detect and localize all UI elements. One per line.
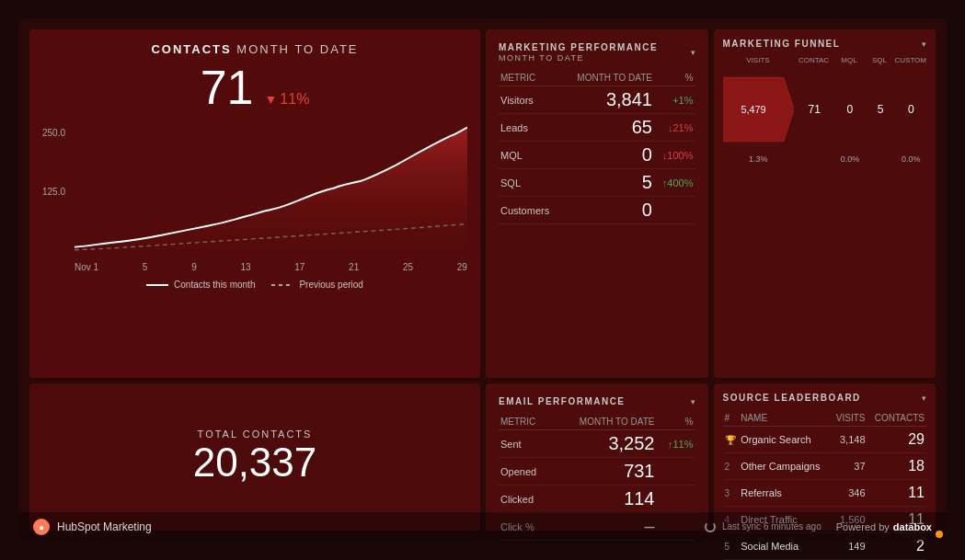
x-label-1: 5 [143,262,148,272]
brand-name: HubSpot Marketing [57,520,152,533]
x-label-0: Nov 1 [75,262,98,272]
source-leaderboard-panel: SOURCE LEADERBOARD ▾ # NAME VISITS CONTA… [714,383,936,531]
source-num-0: 🏆 [723,427,740,453]
funnel-header-4: CUSTOM [894,56,926,64]
email-row-1: Opened 731 [499,458,695,486]
mktg-value-3: 5 [561,169,654,197]
mktg-row-2: MQL 0 ↓100% [499,142,695,169]
mktg-pct-3: ↑400% [654,169,695,197]
total-contacts-label: TOTAL CONTACTS [198,429,313,440]
funnel-header-0: VISITS [723,56,794,64]
email-pct-1 [657,458,695,486]
mktg-title: MARKETING PERFORMANCE MONTH TO DATE [499,42,691,63]
x-label-3: 13 [240,262,250,272]
source-num-2: 3 [723,480,740,507]
bottom-left: ● HubSpot Marketing [33,519,152,535]
mktg-row-0: Visitors 3,841 +1% [499,86,695,114]
mktg-dropdown[interactable]: ▾ [691,48,695,57]
email-pct-0: ↑11% [657,430,695,458]
mktg-pct-0: +1% [654,86,695,114]
y-label-mid: 125.0 [42,187,65,197]
email-value-0: 3,252 [551,430,656,458]
funnel-pct-2: 0.0% [834,154,865,164]
email-value-2: 114 [551,486,656,513]
email-col-pct: % [657,414,695,430]
source-row-0: 🏆 Organic Search 3,148 29 [723,427,927,453]
legend-contacts-month: Contacts this month [146,280,255,290]
mktg-metric-2: MQL [499,142,561,169]
chart-area: 250.0 125.0 [42,120,467,272]
funnel-title: MARKETING FUNNEL [723,39,841,49]
funnel-header-2: MQL [833,56,864,64]
source-col-num: # [723,410,740,427]
mktg-metric-3: SQL [499,169,561,197]
email-row-2: Clicked 114 [499,486,695,513]
funnel-pct-0: 1.3% [723,154,795,164]
source-row-1: 2 Other Campaigns 37 18 [723,453,927,480]
source-col-name: NAME [739,410,831,427]
source-visits-2: 346 [831,480,867,507]
source-visits-1: 37 [831,453,867,480]
legend-line-solid [146,284,168,286]
funnel-panel-header: MARKETING FUNNEL ▾ [723,39,927,49]
x-label-6: 25 [403,262,413,272]
bottom-right: Last sync 6 minutes ago Powered by datab… [705,521,932,532]
databox-logo: Powered by databox [836,521,932,532]
email-value-1: 731 [551,458,656,486]
funnel-val-2: 0 [847,103,854,116]
total-contacts-value: 20,337 [193,440,317,486]
bottom-bar: ● HubSpot Marketing Last sync 6 minutes … [18,512,947,542]
funnel-val-1: 71 [809,103,821,116]
total-contacts-panel: TOTAL CONTACTS 20,337 [29,383,480,531]
mktg-value-1: 65 [561,114,654,142]
funnel-pct-4: 0.0% [896,154,926,164]
source-contacts-1: 18 [867,453,926,480]
source-num-1: 2 [723,453,740,480]
mktg-row-4: Customers 0 [499,197,695,224]
mktg-col-pct: % [654,70,695,86]
email-performance-panel: EMAIL PERFORMANCE ▾ Metric Month to date… [486,383,708,531]
funnel-header-1: CONTAC [793,56,833,64]
mktg-pct-4 [654,197,695,224]
source-row-2: 3 Referrals 346 11 [723,480,927,507]
chart-legend: Contacts this month Previous period [42,280,467,290]
mktg-metric-4: Customers [499,197,561,224]
contacts-chart-panel: CONTACTS MONTH TO DATE 71 ▼ 11% 250.0 12… [29,29,480,378]
source-title: SOURCE LEADERBOARD [723,393,861,403]
email-panel-header: EMAIL PERFORMANCE ▾ [499,396,695,406]
marketing-funnel-panel: MARKETING FUNNEL ▾ VISITS CONTAC MQL SQL… [714,29,936,378]
email-col-metric: Metric [499,414,551,430]
source-contacts-0: 29 [867,427,926,453]
funnel-val-3: 5 [878,103,884,116]
email-col-mtd: Month to date [551,414,656,430]
sync-status: Last sync 6 minutes ago [705,521,821,532]
funnel-dropdown[interactable]: ▾ [922,40,926,49]
x-label-5: 21 [349,262,359,272]
legend-previous-period: Previous period [271,280,362,290]
dashboard: CONTACTS MONTH TO DATE 71 ▼ 11% 250.0 12… [18,18,947,542]
x-label-2: 9 [191,262,197,272]
email-pct-2 [657,486,695,513]
mktg-value-2: 0 [561,142,654,169]
x-label-7: 29 [457,262,467,272]
contacts-main-value: 71 ▼ 11% [42,60,467,115]
source-name-1: Other Campaigns [739,453,831,480]
x-label-4: 17 [294,262,304,272]
source-col-visits: VISITS [831,410,867,427]
funnel-arrow-svg: 5,479 [723,68,795,151]
orange-dot [936,531,943,538]
mktg-pct-2: ↓100% [654,142,695,169]
mktg-table: Metric Month to date % Visitors 3,841 +1… [499,70,695,224]
mktg-metric-0: Visitors [499,86,561,114]
down-arrow-icon: ▼ [264,92,277,107]
mktg-metric-1: Leads [499,114,561,142]
mktg-panel-header: MARKETING PERFORMANCE MONTH TO DATE ▾ [499,42,695,63]
source-dropdown[interactable]: ▾ [922,394,926,403]
funnel-viz: VISITS CONTAC MQL SQL CUSTOM 5,479 [723,56,927,164]
contacts-number: 71 [201,60,254,115]
contacts-panel-title: CONTACTS MONTH TO DATE [42,42,467,56]
source-name-0: Organic Search [739,427,831,453]
email-dropdown[interactable]: ▾ [691,397,695,406]
y-label-top: 250.0 [42,128,65,138]
source-contacts-2: 11 [867,480,926,507]
